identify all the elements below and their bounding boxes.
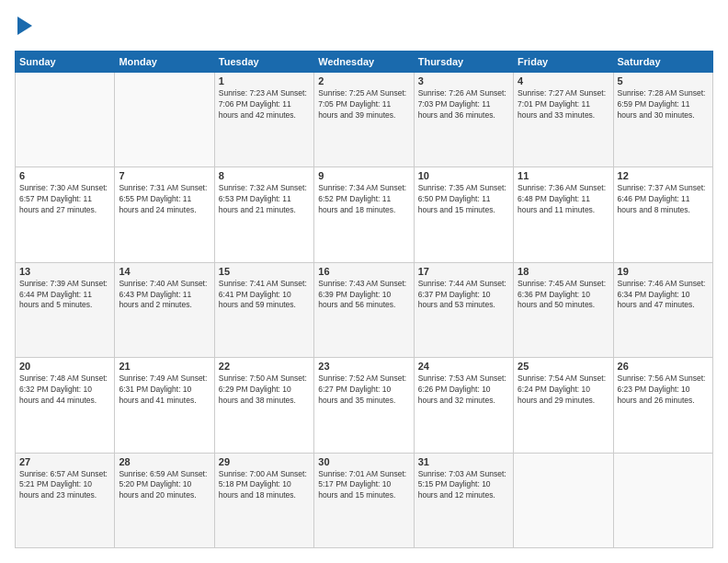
cell-info: Sunrise: 7:23 AM Sunset: 7:06 PM Dayligh… <box>219 88 310 121</box>
day-number: 26 <box>618 361 709 372</box>
day-number: 20 <box>19 361 110 372</box>
cell-info: Sunrise: 7:01 AM Sunset: 5:17 PM Dayligh… <box>318 469 409 502</box>
day-number: 17 <box>418 266 509 277</box>
calendar-cell: 24Sunrise: 7:53 AM Sunset: 6:26 PM Dayli… <box>414 358 513 453</box>
cell-info: Sunrise: 7:46 AM Sunset: 6:34 PM Dayligh… <box>618 279 709 312</box>
day-number: 15 <box>219 266 310 277</box>
day-number: 4 <box>518 75 609 86</box>
calendar-cell: 15Sunrise: 7:41 AM Sunset: 6:41 PM Dayli… <box>214 262 313 357</box>
calendar-cell <box>514 453 613 547</box>
logo <box>15 15 34 41</box>
calendar-cell: 28Sunrise: 6:59 AM Sunset: 5:20 PM Dayli… <box>115 453 214 547</box>
cell-info: Sunrise: 7:37 AM Sunset: 6:46 PM Dayligh… <box>618 183 709 216</box>
day-number: 10 <box>418 170 509 181</box>
cell-info: Sunrise: 7:39 AM Sunset: 6:44 PM Dayligh… <box>19 279 110 312</box>
cell-info: Sunrise: 7:36 AM Sunset: 6:48 PM Dayligh… <box>518 183 609 216</box>
cell-info: Sunrise: 7:27 AM Sunset: 7:01 PM Dayligh… <box>518 88 609 121</box>
day-number: 3 <box>418 75 509 86</box>
cell-info: Sunrise: 7:44 AM Sunset: 6:37 PM Dayligh… <box>418 279 509 312</box>
calendar-cell: 27Sunrise: 6:57 AM Sunset: 5:21 PM Dayli… <box>16 453 115 547</box>
day-number: 1 <box>219 75 310 86</box>
calendar-cell: 5Sunrise: 7:28 AM Sunset: 6:59 PM Daylig… <box>613 72 712 167</box>
calendar-cell: 20Sunrise: 7:48 AM Sunset: 6:32 PM Dayli… <box>16 358 115 453</box>
calendar-cell: 21Sunrise: 7:49 AM Sunset: 6:31 PM Dayli… <box>115 358 214 453</box>
cell-info: Sunrise: 7:40 AM Sunset: 6:43 PM Dayligh… <box>119 279 210 312</box>
cell-info: Sunrise: 7:41 AM Sunset: 6:41 PM Dayligh… <box>219 279 310 312</box>
cell-info: Sunrise: 7:00 AM Sunset: 5:18 PM Dayligh… <box>219 469 310 502</box>
cell-info: Sunrise: 7:56 AM Sunset: 6:23 PM Dayligh… <box>618 373 709 407</box>
calendar-cell: 2Sunrise: 7:25 AM Sunset: 7:05 PM Daylig… <box>314 72 414 167</box>
calendar-cell: 16Sunrise: 7:43 AM Sunset: 6:39 PM Dayli… <box>314 262 414 357</box>
calendar-cell: 13Sunrise: 7:39 AM Sunset: 6:44 PM Dayli… <box>16 262 115 357</box>
calendar-cell: 12Sunrise: 7:37 AM Sunset: 6:46 PM Dayli… <box>613 167 712 262</box>
cell-info: Sunrise: 6:57 AM Sunset: 5:21 PM Dayligh… <box>19 469 110 502</box>
cell-info: Sunrise: 7:45 AM Sunset: 6:36 PM Dayligh… <box>518 279 609 312</box>
day-of-week-monday: Monday <box>115 51 214 72</box>
calendar-cell: 14Sunrise: 7:40 AM Sunset: 6:43 PM Dayli… <box>115 262 214 357</box>
calendar-cell: 23Sunrise: 7:52 AM Sunset: 6:27 PM Dayli… <box>314 358 414 453</box>
day-of-week-friday: Friday <box>514 51 613 72</box>
day-number: 31 <box>418 456 509 467</box>
cell-info: Sunrise: 7:28 AM Sunset: 6:59 PM Dayligh… <box>618 88 709 121</box>
header <box>15 15 713 41</box>
cell-info: Sunrise: 7:50 AM Sunset: 6:29 PM Dayligh… <box>219 373 310 407</box>
calendar-cell: 25Sunrise: 7:54 AM Sunset: 6:24 PM Dayli… <box>514 358 613 453</box>
calendar-cell: 9Sunrise: 7:34 AM Sunset: 6:52 PM Daylig… <box>314 167 414 262</box>
calendar-cell: 26Sunrise: 7:56 AM Sunset: 6:23 PM Dayli… <box>613 358 712 453</box>
calendar-cell: 30Sunrise: 7:01 AM Sunset: 5:17 PM Dayli… <box>314 453 414 547</box>
day-number: 11 <box>518 170 609 181</box>
day-number: 5 <box>618 75 709 86</box>
day-number: 24 <box>418 361 509 372</box>
calendar-cell: 4Sunrise: 7:27 AM Sunset: 7:01 PM Daylig… <box>514 72 613 167</box>
cell-info: Sunrise: 7:25 AM Sunset: 7:05 PM Dayligh… <box>318 88 409 121</box>
cell-info: Sunrise: 6:59 AM Sunset: 5:20 PM Dayligh… <box>119 469 210 502</box>
calendar-cell <box>115 72 214 167</box>
day-number: 27 <box>19 456 110 467</box>
day-number: 23 <box>318 361 409 372</box>
calendar-week-0: 1Sunrise: 7:23 AM Sunset: 7:06 PM Daylig… <box>16 72 713 167</box>
day-number: 22 <box>219 361 310 372</box>
page: SundayMondayTuesdayWednesdayThursdayFrid… <box>0 0 728 563</box>
day-number: 9 <box>318 170 409 181</box>
day-of-week-sunday: Sunday <box>16 51 115 72</box>
calendar-cell: 7Sunrise: 7:31 AM Sunset: 6:55 PM Daylig… <box>115 167 214 262</box>
calendar-cell: 3Sunrise: 7:26 AM Sunset: 7:03 PM Daylig… <box>414 72 513 167</box>
day-number: 14 <box>119 266 210 277</box>
calendar-cell: 31Sunrise: 7:03 AM Sunset: 5:15 PM Dayli… <box>414 453 513 547</box>
calendar-week-2: 13Sunrise: 7:39 AM Sunset: 6:44 PM Dayli… <box>16 262 713 357</box>
cell-info: Sunrise: 7:48 AM Sunset: 6:32 PM Dayligh… <box>19 373 110 407</box>
day-number: 29 <box>219 456 310 467</box>
svg-marker-0 <box>17 17 32 35</box>
calendar-cell <box>613 453 712 547</box>
calendar-cell: 19Sunrise: 7:46 AM Sunset: 6:34 PM Dayli… <box>613 262 712 357</box>
calendar-body: 1Sunrise: 7:23 AM Sunset: 7:06 PM Daylig… <box>16 72 713 547</box>
logo-text <box>15 15 34 41</box>
cell-info: Sunrise: 7:26 AM Sunset: 7:03 PM Dayligh… <box>418 88 509 121</box>
day-number: 21 <box>119 361 210 372</box>
cell-info: Sunrise: 7:32 AM Sunset: 6:53 PM Dayligh… <box>219 183 310 216</box>
day-number: 25 <box>518 361 609 372</box>
calendar-cell: 11Sunrise: 7:36 AM Sunset: 6:48 PM Dayli… <box>514 167 613 262</box>
cell-info: Sunrise: 7:30 AM Sunset: 6:57 PM Dayligh… <box>19 183 110 216</box>
cell-info: Sunrise: 7:34 AM Sunset: 6:52 PM Dayligh… <box>318 183 409 216</box>
day-number: 16 <box>318 266 409 277</box>
day-number: 8 <box>219 170 310 181</box>
calendar-cell: 1Sunrise: 7:23 AM Sunset: 7:06 PM Daylig… <box>214 72 313 167</box>
calendar-cell <box>16 72 115 167</box>
calendar-cell: 29Sunrise: 7:00 AM Sunset: 5:18 PM Dayli… <box>214 453 313 547</box>
day-of-week-tuesday: Tuesday <box>214 51 313 72</box>
logo-arrow-icon <box>16 15 34 37</box>
day-number: 13 <box>19 266 110 277</box>
calendar-week-4: 27Sunrise: 6:57 AM Sunset: 5:21 PM Dayli… <box>16 453 713 547</box>
calendar-cell: 18Sunrise: 7:45 AM Sunset: 6:36 PM Dayli… <box>514 262 613 357</box>
calendar-week-3: 20Sunrise: 7:48 AM Sunset: 6:32 PM Dayli… <box>16 358 713 453</box>
cell-info: Sunrise: 7:43 AM Sunset: 6:39 PM Dayligh… <box>318 279 409 312</box>
calendar-cell: 6Sunrise: 7:30 AM Sunset: 6:57 PM Daylig… <box>16 167 115 262</box>
calendar-cell: 17Sunrise: 7:44 AM Sunset: 6:37 PM Dayli… <box>414 262 513 357</box>
day-of-week-wednesday: Wednesday <box>314 51 414 72</box>
day-number: 6 <box>19 170 110 181</box>
day-number: 18 <box>518 266 609 277</box>
calendar-cell: 8Sunrise: 7:32 AM Sunset: 6:53 PM Daylig… <box>214 167 313 262</box>
day-number: 30 <box>318 456 409 467</box>
day-number: 12 <box>618 170 709 181</box>
